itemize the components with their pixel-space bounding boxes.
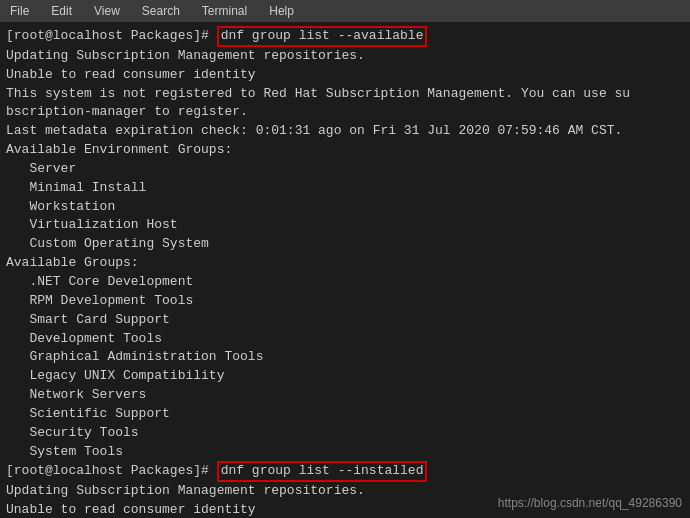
prompt: [root@localhost Packages]# (6, 463, 217, 478)
terminal-line: Custom Operating System (6, 235, 684, 254)
terminal-line: Minimal Install (6, 179, 684, 198)
terminal-line: Available Groups: (6, 254, 684, 273)
terminal-line: Smart Card Support (6, 311, 684, 330)
terminal-line: .NET Core Development (6, 273, 684, 292)
menu-bar: File Edit View Search Terminal Help (0, 0, 690, 22)
terminal-line: This system is not registered to Red Hat… (6, 85, 684, 104)
terminal-line: Available Environment Groups: (6, 141, 684, 160)
terminal-line: Last metadata expiration check: 0:01:31 … (6, 122, 684, 141)
command-highlighted: dnf group list --installed (217, 461, 428, 482)
terminal-line: Unable to read consumer identity (6, 66, 684, 85)
terminal-line: Development Tools (6, 330, 684, 349)
terminal-line: Security Tools (6, 424, 684, 443)
terminal-body[interactable]: [root@localhost Packages]# dnf group lis… (0, 22, 690, 518)
terminal-line: RPM Development Tools (6, 292, 684, 311)
terminal-line: Graphical Administration Tools (6, 348, 684, 367)
terminal-line: [root@localhost Packages]# dnf group lis… (6, 461, 684, 482)
watermark: https://blog.csdn.net/qq_49286390 (498, 495, 682, 512)
terminal-line: bscription-manager to register. (6, 103, 684, 122)
menu-terminal[interactable]: Terminal (198, 3, 251, 19)
terminal-line: Network Servers (6, 386, 684, 405)
command-highlighted: dnf group list --available (217, 26, 428, 47)
terminal-line: Scientific Support (6, 405, 684, 424)
terminal-line: Updating Subscription Management reposit… (6, 47, 684, 66)
menu-edit[interactable]: Edit (47, 3, 76, 19)
terminal-line: Virtualization Host (6, 216, 684, 235)
terminal-line: Legacy UNIX Compatibility (6, 367, 684, 386)
terminal-line: Server (6, 160, 684, 179)
menu-search[interactable]: Search (138, 3, 184, 19)
terminal-line: System Tools (6, 443, 684, 462)
menu-help[interactable]: Help (265, 3, 298, 19)
prompt: [root@localhost Packages]# (6, 28, 217, 43)
menu-view[interactable]: View (90, 3, 124, 19)
terminal-line: Workstation (6, 198, 684, 217)
terminal-window: File Edit View Search Terminal Help [roo… (0, 0, 690, 518)
terminal-line: [root@localhost Packages]# dnf group lis… (6, 26, 684, 47)
menu-file[interactable]: File (6, 3, 33, 19)
